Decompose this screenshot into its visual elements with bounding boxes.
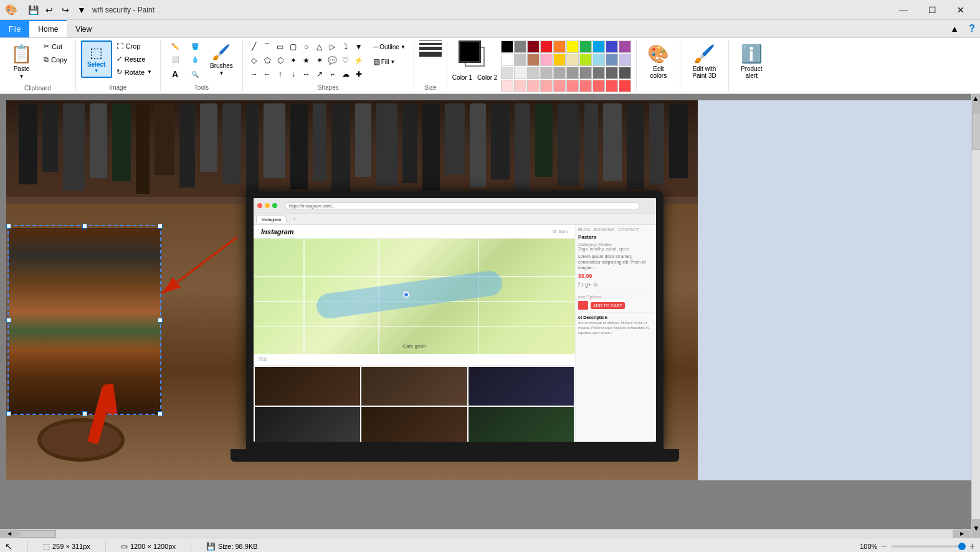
color-lime[interactable] xyxy=(579,54,592,66)
shape-bracket[interactable]: ⌐ xyxy=(326,68,339,80)
color-p38[interactable] xyxy=(592,67,605,79)
color-brown[interactable] xyxy=(527,54,540,66)
help-button[interactable]: ? xyxy=(964,20,980,37)
shape-arrow-r[interactable]: → xyxy=(248,68,260,80)
cut-button[interactable]: ✂ Cut xyxy=(40,40,70,52)
shape-scroll[interactable]: ⤵ xyxy=(340,40,352,53)
color-p48[interactable] xyxy=(592,80,605,92)
color-p33[interactable] xyxy=(527,67,540,79)
shape-arrow-l[interactable]: ← xyxy=(261,68,274,80)
shape-arrow-4[interactable]: ↔ xyxy=(300,68,313,80)
zoom-in-button[interactable]: + xyxy=(969,541,975,552)
color-tan[interactable] xyxy=(566,54,579,66)
color-p47[interactable] xyxy=(579,80,592,92)
brushes-button[interactable]: 🖌️ Brushes ▼ xyxy=(206,40,237,79)
shape-star6[interactable]: ✶ xyxy=(313,54,326,67)
size-3px[interactable] xyxy=(419,43,442,45)
size-8px[interactable] xyxy=(419,52,442,57)
scrollbar-thumb-v[interactable] xyxy=(972,113,980,150)
scrollbar-right[interactable]: ▶ xyxy=(953,530,971,538)
resize-button[interactable]: ⤢ Resize xyxy=(113,53,155,65)
canvas-area[interactable]: https://instagram.com/... ⋯ Instagram + xyxy=(0,94,980,538)
eraser-button[interactable]: ⬜ xyxy=(166,54,184,65)
crop-button[interactable]: ⛶ Crop xyxy=(113,40,155,52)
scrollbar-up[interactable]: ▲ xyxy=(972,94,980,113)
color-p410[interactable] xyxy=(619,80,631,92)
qa-dropdown[interactable]: ▼ xyxy=(75,3,88,17)
shape-arrow-more[interactable]: ▷ xyxy=(326,40,339,53)
shape-roundrect[interactable]: ▢ xyxy=(287,40,300,53)
fill-button[interactable]: ▨ Fill ▼ xyxy=(370,55,409,68)
color-green[interactable] xyxy=(579,40,592,53)
product-alert-button[interactable]: ℹ️ Productalert xyxy=(734,40,769,82)
color-red[interactable] xyxy=(540,40,553,53)
color-p310[interactable] xyxy=(619,67,631,79)
color-p32[interactable] xyxy=(514,67,526,79)
size-1px[interactable] xyxy=(419,40,442,41)
color-orange[interactable] xyxy=(553,40,566,53)
color-p34[interactable] xyxy=(540,67,553,79)
color-indigo[interactable] xyxy=(606,40,618,53)
ribbon-collapse[interactable]: ▲ xyxy=(945,20,964,37)
zoom-thumb[interactable] xyxy=(958,543,966,550)
shape-more[interactable]: ▼ xyxy=(353,40,365,53)
color-p43[interactable] xyxy=(527,80,540,92)
color-darkred[interactable] xyxy=(527,40,540,53)
tab-home[interactable]: Home xyxy=(29,20,67,37)
shape-callout[interactable]: 💬 xyxy=(326,54,339,67)
edit-colors-button[interactable]: 🎨 Editcolors xyxy=(642,40,675,82)
shape-diamond[interactable]: ◇ xyxy=(248,54,260,67)
qa-redo[interactable]: ↪ xyxy=(59,3,72,17)
shape-arrow-d[interactable]: ↓ xyxy=(287,68,300,80)
color-p45[interactable] xyxy=(553,80,566,92)
shape-arrow-diag[interactable]: ↗ xyxy=(313,68,326,80)
color-lavender[interactable] xyxy=(619,54,631,66)
outline-button[interactable]: ─ Outline ▼ xyxy=(370,40,409,53)
zoom-slider[interactable] xyxy=(891,545,966,548)
shape-star5[interactable]: ★ xyxy=(300,54,313,67)
color-p46[interactable] xyxy=(566,80,579,92)
shape-hex[interactable]: ⬡ xyxy=(274,54,287,67)
scrollbar-thumb-h[interactable] xyxy=(19,530,56,538)
close-button[interactable]: ✕ xyxy=(946,0,975,20)
color-p35[interactable] xyxy=(553,67,566,79)
color-silver[interactable] xyxy=(514,54,526,66)
color-gray[interactable] xyxy=(514,40,526,53)
color-p49[interactable] xyxy=(606,80,618,92)
scrollbar-left[interactable]: ◀ xyxy=(0,530,19,538)
color-purple[interactable] xyxy=(619,40,631,53)
shape-triangle[interactable]: △ xyxy=(313,40,326,53)
color-p41[interactable] xyxy=(501,80,513,92)
scrollbar-down[interactable]: ▼ xyxy=(972,519,980,538)
shape-heart[interactable]: ♡ xyxy=(340,54,352,67)
shape-cloud[interactable]: ☁ xyxy=(340,68,352,80)
color-p37[interactable] xyxy=(579,67,592,79)
color-gold[interactable] xyxy=(553,54,566,66)
shape-arrow-u[interactable]: ↑ xyxy=(274,68,287,80)
zoom-out-button[interactable]: − xyxy=(881,541,887,552)
size-5px[interactable] xyxy=(419,47,442,50)
color-blue[interactable] xyxy=(592,40,605,53)
pencil-button[interactable]: ✏️ xyxy=(166,40,184,52)
minimize-button[interactable]: — xyxy=(889,0,918,20)
edit-paint3d-button[interactable]: 🖌️ Edit withPaint 3D xyxy=(685,40,723,82)
scrollbar-vertical[interactable]: ▲ ▼ xyxy=(971,94,980,538)
qa-save[interactable]: 💾 xyxy=(26,3,40,17)
shape-star4[interactable]: ✦ xyxy=(287,54,300,67)
color-skyblue[interactable] xyxy=(592,54,605,66)
color-yellow[interactable] xyxy=(566,40,579,53)
shape-lightning[interactable]: ⚡ xyxy=(353,54,365,67)
qa-undo[interactable]: ↩ xyxy=(42,3,56,17)
shape-plus[interactable]: ✚ xyxy=(353,68,365,80)
paste-button[interactable]: 📋 Paste ▼ xyxy=(5,40,38,82)
shape-pentagon[interactable]: ⬠ xyxy=(261,54,274,67)
color-steelblue[interactable] xyxy=(606,54,618,66)
scrollbar-horizontal[interactable]: ◀ ▶ xyxy=(0,529,971,538)
shape-ellipse[interactable]: ○ xyxy=(300,40,313,53)
tab-view[interactable]: View xyxy=(67,20,100,37)
color-pink[interactable] xyxy=(540,54,553,66)
magnifier-button[interactable]: 🔍 xyxy=(186,67,204,82)
color-p42[interactable] xyxy=(514,80,526,92)
bucket-fill-button[interactable]: 🪣 xyxy=(186,40,204,52)
shape-line[interactable]: ╱ xyxy=(248,40,260,53)
